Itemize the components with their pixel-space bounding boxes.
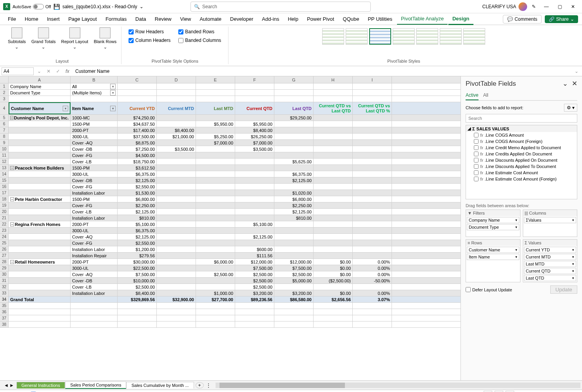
cell[interactable]	[9, 253, 71, 258]
cell[interactable]: $5,250.00	[196, 134, 235, 139]
cell[interactable]: $7,250.00	[118, 146, 157, 152]
style-thumb[interactable]	[346, 28, 368, 45]
cell[interactable]: $2,500.00	[235, 271, 274, 277]
cell[interactable]	[157, 115, 196, 121]
cell[interactable]: $8,400.00	[157, 127, 196, 133]
cell[interactable]	[196, 246, 235, 252]
dropdown-icon[interactable]: ▾	[572, 269, 574, 273]
field-checkbox[interactable]	[474, 133, 479, 137]
cell[interactable]: $1,200.00	[118, 246, 157, 252]
cell[interactable]: $1,530.00	[118, 190, 157, 196]
cell[interactable]: $12,000.00	[274, 259, 314, 265]
cell[interactable]	[196, 215, 235, 221]
col-headers-check[interactable]: Column Headers	[129, 37, 170, 44]
cell[interactable]: Cover -AQ	[71, 140, 118, 146]
tab-qqube[interactable]: QQube	[339, 14, 363, 24]
cell[interactable]	[196, 146, 235, 152]
cell[interactable]	[9, 209, 71, 215]
cell[interactable]	[274, 284, 314, 290]
cell[interactable]	[314, 284, 353, 290]
enter-icon[interactable]: ✓	[54, 69, 62, 74]
field-checkbox[interactable]	[474, 145, 479, 150]
cell[interactable]	[353, 221, 392, 227]
cell[interactable]	[235, 90, 274, 96]
cell[interactable]: $89,236.56	[235, 296, 274, 302]
cell[interactable]	[196, 265, 235, 271]
cell[interactable]	[235, 96, 274, 102]
cell[interactable]	[274, 184, 314, 190]
cell[interactable]	[353, 177, 392, 183]
cell[interactable]	[353, 315, 392, 321]
cell[interactable]	[274, 152, 314, 158]
row-header[interactable]: 2	[0, 90, 9, 96]
tab-pp-utilities[interactable]: PP Utilities	[364, 14, 396, 24]
field-search-input[interactable]	[466, 114, 577, 123]
row-header[interactable]: 10	[0, 146, 9, 152]
cell[interactable]	[353, 209, 392, 215]
cell[interactable]	[157, 209, 196, 215]
cell[interactable]	[274, 309, 314, 315]
cell[interactable]: $12,000.00	[235, 259, 274, 265]
cell[interactable]: 1500-PM	[71, 196, 118, 202]
cell[interactable]	[196, 152, 235, 158]
cell[interactable]	[196, 184, 235, 190]
report-layout-button[interactable]: Report Layout⌄	[60, 27, 90, 51]
area-item[interactable]: Item Name▾	[467, 254, 519, 260]
row-header[interactable]: 28	[0, 259, 9, 265]
page-break-view-button[interactable]	[506, 391, 514, 392]
row-header[interactable]: 1	[0, 83, 9, 89]
cell[interactable]	[235, 83, 274, 89]
cell[interactable]: Cover -LB	[71, 159, 118, 164]
style-thumb-selected[interactable]	[369, 28, 391, 45]
field-list[interactable]: ◢ Σ SALES VALUES fx.Line COGS Amountfx.L…	[466, 125, 577, 199]
cell[interactable]	[274, 83, 314, 89]
select-all-corner[interactable]	[0, 76, 9, 83]
normal-view-button[interactable]	[484, 391, 492, 392]
tab-home[interactable]: Home	[21, 14, 42, 24]
cell[interactable]: $7,000.00	[196, 140, 235, 146]
cell[interactable]: $2,125.00	[235, 234, 274, 240]
filters-area[interactable]: ▼Filters Company Name▾Document Type▾	[466, 210, 520, 237]
cell[interactable]: Current QTD vs Last QTD %	[353, 102, 392, 114]
cell[interactable]: $7,500.00	[274, 265, 314, 271]
cell[interactable]: $111.56	[235, 253, 274, 258]
cell[interactable]	[235, 184, 274, 190]
dropdown-icon[interactable]: ▾	[572, 276, 574, 280]
cell[interactable]	[314, 127, 353, 133]
cell[interactable]: 3000-UL	[71, 265, 118, 271]
cell[interactable]: $2,125.00	[274, 177, 314, 183]
tab-power-pivot[interactable]: Power Pivot	[303, 14, 338, 24]
cell[interactable]: $7,500.00	[235, 265, 274, 271]
row-header[interactable]: 30	[0, 271, 9, 277]
blank-rows-button[interactable]: Blank Rows⌄	[92, 27, 118, 51]
cell[interactable]	[157, 271, 196, 277]
cell[interactable]	[196, 202, 235, 208]
cell[interactable]	[235, 152, 274, 158]
cell[interactable]	[274, 165, 314, 171]
cell[interactable]	[9, 215, 71, 221]
dropdown-icon[interactable]: ▾	[515, 248, 517, 252]
cell[interactable]	[314, 309, 353, 315]
style-thumb[interactable]	[322, 28, 344, 45]
cell[interactable]: $3,500.00	[157, 146, 196, 152]
col-header[interactable]: H	[314, 76, 353, 83]
style-thumb[interactable]	[393, 28, 415, 45]
collapse-icon[interactable]: −	[10, 116, 13, 120]
cell[interactable]	[157, 121, 196, 127]
cell[interactable]: $5,100.00	[118, 221, 157, 227]
row-header[interactable]: 5	[0, 115, 9, 121]
cell[interactable]	[157, 165, 196, 171]
cell[interactable]	[71, 96, 118, 102]
cell[interactable]: Cover -FG	[71, 240, 118, 246]
tab-data[interactable]: Data	[131, 14, 150, 24]
tab-design[interactable]: Design	[448, 13, 473, 25]
cell[interactable]: $5,000.00	[274, 278, 314, 284]
area-item[interactable]: Current MTD▾	[524, 254, 577, 260]
cell[interactable]	[235, 215, 274, 221]
cell[interactable]: Company Name	[9, 83, 71, 89]
row-header[interactable]: 32	[0, 284, 9, 290]
cell[interactable]: $17,400.00	[118, 127, 157, 133]
cell[interactable]	[157, 234, 196, 240]
cell[interactable]	[314, 253, 353, 258]
cell[interactable]	[157, 253, 196, 258]
